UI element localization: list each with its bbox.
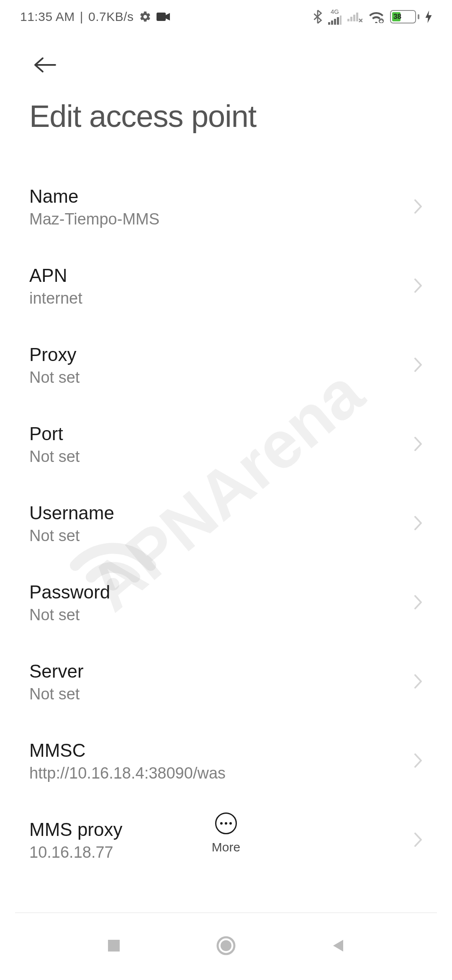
svg-rect-3 <box>331 21 333 25</box>
page-title: Edit access point <box>29 92 423 159</box>
svg-rect-13 <box>108 940 120 952</box>
camera-icon <box>157 12 170 22</box>
nav-home-button[interactable] <box>216 936 236 957</box>
svg-rect-8 <box>350 17 352 21</box>
chevron-right-icon <box>413 357 423 374</box>
row-apn[interactable]: APN internet <box>29 247 423 326</box>
row-value: Not set <box>29 527 405 545</box>
system-nav-bar <box>0 913 452 980</box>
row-value: 10.16.18.77 <box>29 843 405 861</box>
row-mmsc[interactable]: MMSC http://10.16.18.4:38090/was <box>29 722 423 801</box>
status-network-speed: 0.7KB/s <box>88 10 134 24</box>
chevron-right-icon <box>413 515 423 533</box>
row-value: http://10.16.18.4:38090/was <box>29 764 405 782</box>
chevron-right-icon <box>413 594 423 612</box>
status-separator: | <box>80 10 83 24</box>
status-time: 11:35 AM <box>20 10 75 24</box>
row-port[interactable]: Port Not set <box>29 405 423 484</box>
row-server[interactable]: Server Not set <box>29 642 423 722</box>
row-username[interactable]: Username Not set <box>29 484 423 563</box>
svg-rect-6 <box>340 15 342 25</box>
row-value: Not set <box>29 685 405 703</box>
chevron-right-icon <box>413 673 423 691</box>
bluetooth-icon <box>313 10 322 24</box>
svg-rect-9 <box>353 15 355 21</box>
row-label: Username <box>29 503 405 524</box>
svg-rect-4 <box>334 19 336 25</box>
row-proxy[interactable]: Proxy Not set <box>29 326 423 405</box>
row-label: Server <box>29 661 405 682</box>
row-value: Maz-Tiempo-MMS <box>29 210 405 228</box>
row-value: Not set <box>29 448 405 466</box>
chevron-right-icon <box>413 278 423 295</box>
nav-back-button[interactable] <box>330 937 347 956</box>
back-button[interactable] <box>29 51 57 92</box>
row-label: MMSC <box>29 740 405 761</box>
row-label: Name <box>29 186 405 207</box>
row-label: Port <box>29 423 405 444</box>
signal-nosim-icon <box>347 11 362 22</box>
row-value: Not set <box>29 606 405 624</box>
chevron-right-icon <box>413 753 423 770</box>
row-value: Not set <box>29 369 405 387</box>
settings-list: Name Maz-Tiempo-MMS APN internet Proxy N… <box>0 168 452 861</box>
row-value: internet <box>29 289 405 307</box>
chevron-right-icon <box>413 832 423 849</box>
charging-icon <box>425 10 432 23</box>
gear-icon <box>139 10 152 23</box>
wifi-icon <box>368 10 384 23</box>
svg-rect-5 <box>337 17 339 25</box>
signal-4g-icon: 4G <box>328 8 342 25</box>
svg-point-15 <box>221 940 231 951</box>
svg-rect-2 <box>328 22 330 25</box>
row-label: APN <box>29 265 405 286</box>
nav-recents-button[interactable] <box>105 937 122 956</box>
row-label: Password <box>29 582 405 603</box>
svg-rect-10 <box>356 13 358 21</box>
svg-rect-1 <box>157 13 166 21</box>
page-header: Edit access point <box>0 30 452 168</box>
chevron-right-icon <box>413 436 423 454</box>
row-label: MMS proxy <box>29 819 405 840</box>
battery-indicator: 38 <box>390 10 419 23</box>
row-label: Proxy <box>29 344 405 365</box>
svg-rect-7 <box>347 19 349 21</box>
status-bar: 11:35 AM | 0.7KB/s 4G 38 <box>0 0 452 30</box>
row-mms-proxy[interactable]: MMS proxy 10.16.18.77 <box>29 801 423 861</box>
chevron-right-icon <box>413 199 423 216</box>
row-name[interactable]: Name Maz-Tiempo-MMS <box>29 168 423 247</box>
row-password[interactable]: Password Not set <box>29 563 423 642</box>
